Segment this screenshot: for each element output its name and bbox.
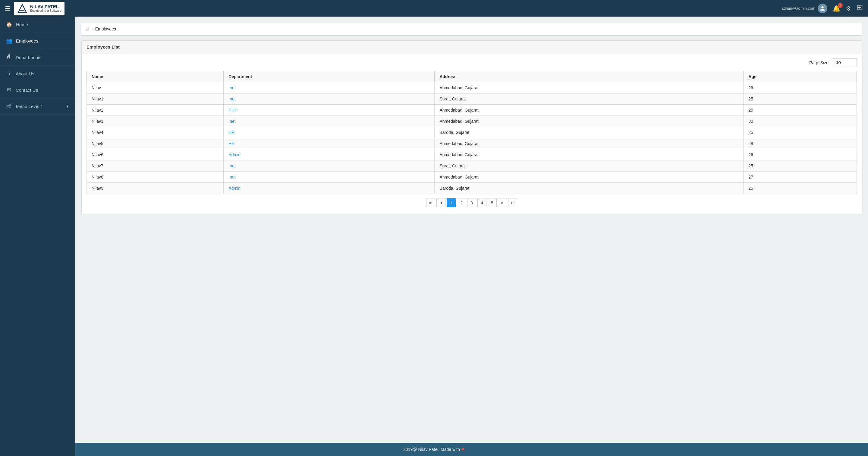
employees-table: Name Department Address Age Nilav .net A… [87, 71, 857, 194]
table-row: Nilav3 .net Ahmedabad, Gujarat 30 [87, 116, 857, 127]
user-email: admin@admin.com [781, 6, 815, 10]
sidebar-item-departments[interactable]: Departments [0, 49, 75, 66]
cell-department[interactable]: .net [224, 93, 435, 105]
cell-department[interactable]: HR [224, 138, 435, 149]
cell-department[interactable]: Admin [224, 149, 435, 161]
cell-address: Ahmedabad, Gujarat [435, 149, 744, 161]
departments-icon [6, 54, 12, 61]
cell-address: Baroda, Gujarat [435, 127, 744, 138]
notification-badge: 5 [838, 3, 843, 8]
cell-address: Surat, Gujarat [435, 93, 744, 105]
table-row: Nilav6 Admin Ahmedabad, Gujarat 26 [87, 149, 857, 161]
svg-rect-2 [8, 54, 10, 55]
logo-area: NILAV PATEL Engineering a Software [14, 2, 64, 15]
cell-age: 26 [744, 82, 857, 93]
cell-age: 28 [744, 138, 857, 149]
page-prev-btn[interactable]: ◄ [436, 198, 445, 207]
page-btn-3[interactable]: 3 [467, 198, 476, 207]
cell-department[interactable]: .net [224, 161, 435, 172]
settings-icon[interactable]: ⚙ [846, 5, 851, 12]
logo-name: NILAV PATEL [30, 4, 61, 9]
logo-svg-icon [17, 3, 28, 14]
top-header: ☰ NILAV PATEL Engineering a Software adm… [0, 0, 868, 17]
notification-bell[interactable]: 🔔 5 [833, 5, 840, 12]
footer-text: 2019@ Nilav Patel. Made with [403, 447, 460, 452]
card-title: Employees List [87, 44, 120, 50]
cell-address: Baroda, Gujarat [435, 183, 744, 194]
cell-name: Nilav4 [87, 127, 224, 138]
hamburger-icon[interactable]: ☰ [5, 5, 10, 12]
logout-icon[interactable] [857, 4, 863, 12]
table-row: Nilav9 Admin Baroda, Gujarat 25 [87, 183, 857, 194]
logo-text: NILAV PATEL Engineering a Software [30, 4, 61, 13]
cell-address: Ahmedabad, Gujarat [435, 105, 744, 116]
table-row: Nilav5 HR Ahmedabad, Gujarat 28 [87, 138, 857, 149]
cell-age: 27 [744, 172, 857, 183]
breadcrumb-separator: › [92, 27, 93, 31]
cell-department[interactable]: .net [224, 116, 435, 127]
breadcrumb-home-icon[interactable]: ⌂ [86, 26, 89, 32]
cell-age: 25 [744, 161, 857, 172]
sidebar-item-employees[interactable]: 👥 Employees [0, 33, 75, 49]
contact-icon: ✉ [6, 87, 12, 93]
cell-age: 25 [744, 127, 857, 138]
user-info: admin@admin.com [781, 4, 827, 13]
sidebar-item-label: Menu Level 1 [16, 104, 62, 109]
chevron-down-icon: ▼ [66, 104, 69, 109]
page-btn-5[interactable]: 5 [488, 198, 497, 207]
page-btn-2[interactable]: 2 [457, 198, 466, 207]
sidebar-item-label: Departments [16, 55, 69, 60]
cell-department[interactable]: Admin [224, 183, 435, 194]
employees-card: Employees List Page Size: Name Departmen… [82, 40, 862, 214]
table-row: Nilav2 PHP Ahmedabad, Gujarat 25 [87, 105, 857, 116]
col-age: Age [744, 71, 857, 82]
heart-icon: ❤ [461, 447, 465, 452]
about-icon: ℹ [6, 70, 12, 77]
breadcrumb-current: Employees [95, 27, 116, 31]
cell-name: Nilav5 [87, 138, 224, 149]
pagination: ⏮ ◄ 1 2 3 4 5 ► ⏭ [87, 194, 857, 209]
cell-department[interactable]: HR [224, 127, 435, 138]
page-size-row: Page Size: [87, 58, 857, 67]
sidebar-item-home[interactable]: 🏠 Home [0, 17, 75, 33]
page-size-label: Page Size: [809, 60, 830, 65]
table-row: Nilav .net Ahmedabad, Gujarat 26 [87, 82, 857, 93]
cell-address: Ahmedabad, Gujarat [435, 82, 744, 93]
sidebar: 🏠 Home 👥 Employees Departments ℹ About U… [0, 17, 75, 456]
header-right: admin@admin.com 🔔 5 ⚙ [781, 4, 863, 13]
table-row: Nilav8 .net Ahmedabad, Gujarat 27 [87, 172, 857, 183]
sidebar-item-about[interactable]: ℹ About Us [0, 66, 75, 82]
page-last-btn[interactable]: ⏭ [508, 198, 517, 207]
cell-department[interactable]: .net [224, 172, 435, 183]
avatar[interactable] [818, 4, 827, 13]
footer: 2019@ Nilav Patel. Made with ❤ [0, 443, 868, 456]
header-left: ☰ NILAV PATEL Engineering a Software [5, 2, 64, 15]
page-next-btn[interactable]: ► [498, 198, 507, 207]
cell-age: 25 [744, 93, 857, 105]
cell-department[interactable]: PHP [224, 105, 435, 116]
cell-name: Nilav1 [87, 93, 224, 105]
cell-age: 25 [744, 105, 857, 116]
cell-address: Surat, Gujarat [435, 161, 744, 172]
menu1-icon: 🛒 [6, 103, 12, 110]
cell-name: Nilav2 [87, 105, 224, 116]
sidebar-item-contact[interactable]: ✉ Contact Us [0, 82, 75, 98]
table-row: Nilav4 HR Baroda, Gujarat 25 [87, 127, 857, 138]
page-first-btn[interactable]: ⏮ [426, 198, 435, 207]
cell-name: Nilav6 [87, 149, 224, 161]
sidebar-item-menu1[interactable]: 🛒 Menu Level 1 ▼ [0, 98, 75, 115]
page-size-input[interactable] [833, 58, 857, 67]
cell-address: Ahmedabad, Gujarat [435, 172, 744, 183]
sidebar-item-label: Home [16, 22, 69, 27]
card-header: Employees List [82, 41, 862, 53]
page-btn-4[interactable]: 4 [477, 198, 487, 207]
svg-marker-0 [19, 4, 27, 12]
col-department: Department [224, 71, 435, 82]
cell-address: Ahmedabad, Gujarat [435, 116, 744, 127]
col-address: Address [435, 71, 744, 82]
table-row: Nilav1 .net Surat, Gujarat 25 [87, 93, 857, 105]
layout: 🏠 Home 👥 Employees Departments ℹ About U… [0, 17, 868, 443]
cell-name: Nilav7 [87, 161, 224, 172]
cell-department[interactable]: .net [224, 82, 435, 93]
page-btn-1[interactable]: 1 [447, 198, 456, 207]
